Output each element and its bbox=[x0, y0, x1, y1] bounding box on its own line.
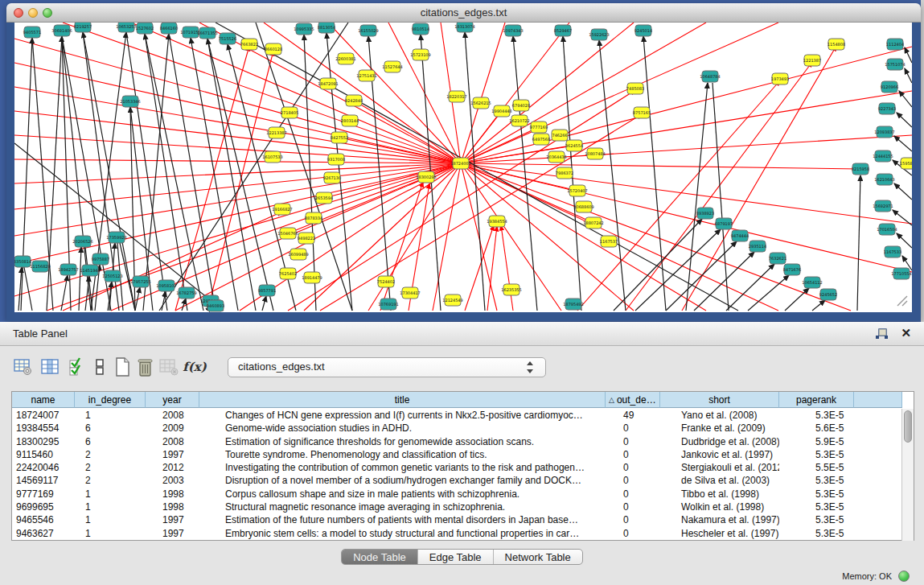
network-edge[interactable] bbox=[14, 87, 461, 163]
network-node[interactable]: 8466160 bbox=[160, 23, 178, 34]
network-node[interactable]: 10807484 bbox=[585, 148, 605, 159]
network-node[interactable]: 8529467 bbox=[554, 25, 572, 36]
cell-short[interactable]: Yano et al. (2008) bbox=[660, 409, 779, 422]
network-edge[interactable] bbox=[182, 299, 186, 311]
cell-year[interactable]: 1997 bbox=[146, 527, 199, 540]
cell-name[interactable]: 9699695 bbox=[12, 501, 75, 513]
network-node[interactable]: 16210722 bbox=[509, 115, 529, 126]
network-node[interactable]: 3624554 bbox=[565, 140, 583, 151]
network-node[interactable]: 15723109 bbox=[410, 49, 430, 60]
network-node[interactable]: 18724007 bbox=[450, 158, 470, 169]
cell-short[interactable]: Jankovic et al. (1997) bbox=[660, 448, 779, 461]
network-node[interactable]: 19904448 bbox=[491, 105, 511, 117]
network-edge[interactable] bbox=[614, 219, 702, 311]
cell-out_de…[interactable]: 0 bbox=[606, 461, 660, 474]
network-edge[interactable] bbox=[169, 34, 216, 311]
cell-pagerank[interactable]: 5.3E-5 bbox=[779, 488, 854, 501]
network-edge[interactable] bbox=[14, 163, 461, 296]
network-node[interactable]: 2718405 bbox=[281, 107, 298, 118]
cell-short[interactable]: Dudbridge et al. (2008) bbox=[660, 435, 779, 448]
network-edge[interactable] bbox=[461, 23, 778, 163]
network-edge[interactable] bbox=[599, 40, 626, 311]
column-header-in_degree[interactable]: in_degree bbox=[75, 392, 146, 408]
network-canvas[interactable]: 1872400718300295193845549242848280314484… bbox=[14, 23, 912, 312]
network-edge[interactable] bbox=[461, 163, 497, 311]
network-edge[interactable] bbox=[159, 23, 348, 311]
network-node[interactable]: 17304417 bbox=[400, 287, 420, 299]
cell-pagerank[interactable]: 5.9E-5 bbox=[779, 435, 854, 448]
network-node[interactable]: 10958107 bbox=[156, 280, 176, 291]
table-row[interactable]: 1456911722003Disruption of a novel membe… bbox=[12, 474, 902, 487]
network-node[interactable]: 9498222 bbox=[298, 233, 315, 244]
network-node[interactable]: 9777169 bbox=[530, 122, 548, 133]
cell-title[interactable]: Corpus callosum shape and size in male p… bbox=[199, 488, 606, 501]
network-edge[interactable] bbox=[461, 135, 912, 163]
network-node[interactable]: 9857791 bbox=[258, 285, 276, 296]
network-edge[interactable] bbox=[21, 38, 32, 311]
network-edge[interactable] bbox=[905, 68, 912, 83]
cell-out_de…[interactable]: 0 bbox=[606, 501, 660, 513]
network-edge[interactable] bbox=[262, 296, 266, 311]
network-node[interactable]: 8938923 bbox=[696, 208, 714, 219]
network-edge[interactable] bbox=[897, 113, 912, 127]
network-node[interactable]: 7632621 bbox=[769, 253, 786, 264]
network-node[interactable]: 1973493 bbox=[771, 73, 789, 84]
table-row[interactable]: 911546021997Tourette syndrome. Phenomeno… bbox=[12, 448, 902, 461]
cell-pagerank[interactable]: 5.3E-5 bbox=[779, 474, 854, 487]
cell-pagerank[interactable]: 5.6E-5 bbox=[779, 422, 854, 435]
network-node[interactable]: 1112404 bbox=[886, 39, 904, 50]
network-node[interactable]: 10654112 bbox=[802, 277, 822, 288]
table-row[interactable]: 977716911998Corpus callosum shape and si… bbox=[12, 488, 902, 501]
cell-short[interactable]: Stergiakouli et al. (2012) bbox=[660, 461, 779, 474]
cell-pagerank[interactable]: 5.3E-5 bbox=[779, 501, 854, 513]
network-node[interactable]: 18220317 bbox=[446, 91, 466, 102]
table-row[interactable]: 1872400712008Changes of HCN gene express… bbox=[12, 409, 902, 422]
cell-name[interactable]: 22420046 bbox=[12, 461, 75, 474]
cell-filler[interactable] bbox=[854, 448, 902, 461]
cell-out_de…[interactable]: 0 bbox=[606, 488, 660, 501]
network-edge[interactable] bbox=[461, 163, 860, 169]
cell-short[interactable]: Franke et al. (2009) bbox=[660, 422, 779, 435]
cell-pagerank[interactable]: 5.3E-5 bbox=[779, 527, 854, 540]
network-node[interactable]: 15720407 bbox=[567, 185, 587, 196]
network-node[interactable]: 20206526 bbox=[72, 236, 92, 247]
network-node[interactable]: 18942757 bbox=[58, 264, 78, 275]
cell-filler[interactable] bbox=[854, 501, 902, 513]
cell-title[interactable]: Estimation of the future numbers of pati… bbox=[199, 513, 606, 526]
network-node[interactable]: 16782759 bbox=[176, 287, 196, 299]
network-edge[interactable] bbox=[899, 91, 912, 107]
cell-pagerank[interactable]: 5.3E-5 bbox=[779, 409, 854, 422]
network-node[interactable]: 9242848 bbox=[345, 95, 363, 106]
cell-title[interactable]: Tourette syndrome. Phenomenology and cla… bbox=[199, 448, 606, 461]
network-edge[interactable] bbox=[893, 210, 912, 225]
vertical-scrollbar[interactable] bbox=[901, 409, 914, 541]
table-row[interactable]: 1938455462009Genome-wide association stu… bbox=[12, 422, 902, 435]
network-node[interactable]: 16107533 bbox=[262, 151, 282, 163]
cell-in_degree[interactable]: 2 bbox=[75, 448, 146, 461]
cell-in_degree[interactable]: 2 bbox=[75, 474, 146, 487]
cell-filler[interactable] bbox=[854, 461, 902, 474]
table-row[interactable]: 969969511998Structural magnetic resonanc… bbox=[12, 501, 902, 513]
function-builder-icon[interactable]: f(x) bbox=[183, 356, 206, 378]
cell-name[interactable]: 18724007 bbox=[12, 409, 75, 422]
cell-year[interactable]: 1998 bbox=[146, 488, 199, 501]
network-node[interactable]: 7986372 bbox=[556, 167, 573, 179]
network-node[interactable]: 2653594 bbox=[315, 192, 333, 204]
network-edge[interactable] bbox=[713, 83, 729, 311]
network-node[interactable]: 10995335 bbox=[294, 23, 314, 35]
network-node[interactable]: 12751431 bbox=[356, 70, 376, 81]
network-node[interactable]: 6794028 bbox=[512, 100, 530, 111]
network-table-selector[interactable]: citations_edges.txt bbox=[228, 357, 546, 377]
cell-filler[interactable] bbox=[854, 435, 902, 448]
network-node[interactable]: 7524402 bbox=[377, 276, 395, 287]
network-node[interactable]: 15922623 bbox=[589, 29, 609, 40]
network-node[interactable]: 1221387 bbox=[803, 55, 821, 66]
network-node[interactable]: 19384554 bbox=[487, 216, 507, 227]
network-edge[interactable] bbox=[577, 80, 780, 311]
cell-pagerank[interactable]: 5.3E-5 bbox=[779, 448, 854, 461]
network-edge[interactable] bbox=[461, 111, 502, 163]
cell-year[interactable]: 2009 bbox=[146, 422, 199, 435]
cell-name[interactable]: 9465546 bbox=[12, 513, 75, 526]
column-header-short[interactable]: short bbox=[660, 392, 779, 408]
network-edge[interactable] bbox=[857, 175, 860, 311]
